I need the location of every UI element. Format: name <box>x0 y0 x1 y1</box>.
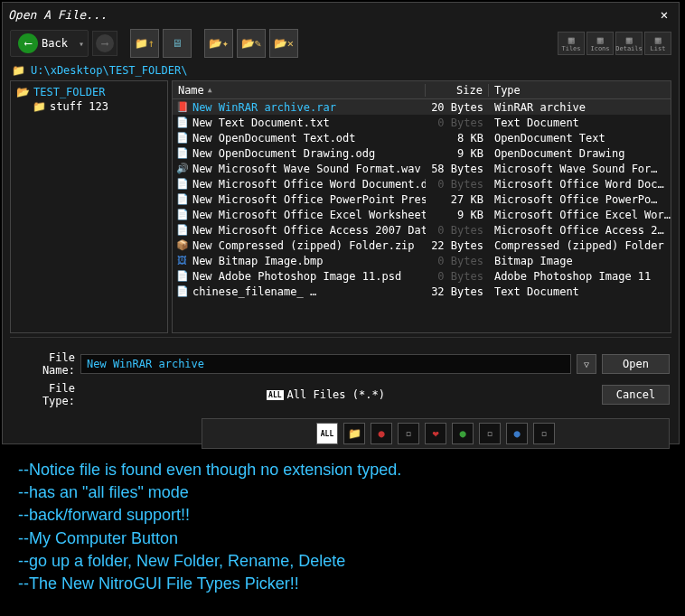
cancel-button[interactable]: Cancel <box>602 385 670 405</box>
file-icon: 🔊 <box>176 163 189 175</box>
filetype-picker-item[interactable]: ALL <box>316 423 338 444</box>
folder-icon: 📂 <box>16 86 30 98</box>
filetype-picker-item[interactable]: ▫ <box>398 423 419 444</box>
file-row[interactable]: 📄New Microsoft Office PowerPoint Present… <box>173 191 671 207</box>
filetype-picker-item[interactable]: ● <box>371 423 392 444</box>
file-type-cell: Compressed (zipped) Folder <box>489 239 671 252</box>
file-name-cell: 📄New OpenDocument Text.odt <box>173 132 426 145</box>
file-type-cell: OpenDocument Drawing <box>489 147 671 160</box>
new-folder-button[interactable]: 📂✦ <box>204 29 233 58</box>
forward-arrow-icon: ⟶ <box>96 34 114 52</box>
filetype-picker-item[interactable]: 📁 <box>343 423 365 444</box>
annotation-line: --has an "all files" mode <box>18 481 667 504</box>
column-size[interactable]: Size <box>426 84 489 97</box>
close-icon: ✕ <box>661 7 668 22</box>
file-icon: 📄 <box>176 209 189 221</box>
file-name-cell: 📄New Text Document.txt <box>173 117 426 129</box>
file-name-cell: 📄chinese_filename_ … <box>173 285 426 298</box>
forward-button[interactable]: ⟶ <box>92 31 117 56</box>
annotation-line: --My Computer Button <box>18 527 667 550</box>
file-row[interactable]: 📦New Compressed (zipped) Folder.zip22 By… <box>173 238 671 253</box>
file-name-cell: 📦New Compressed (zipped) Folder.zip <box>173 239 426 252</box>
tree-root-label: TEST_FOLDER <box>33 86 105 98</box>
file-name-cell: 📄New Adobe Photoshop Image 11.psd <box>173 270 426 283</box>
file-type-cell: Bitmap Image <box>489 255 671 267</box>
file-icon: 📄 <box>176 132 189 145</box>
sort-asc-icon: ▲ <box>208 86 212 94</box>
content-area: 📂 TEST_FOLDER 📁 stuff 123 Name▲ Size Typ… <box>3 80 679 333</box>
view-tiles-button[interactable]: ▦Tiles <box>558 32 585 55</box>
file-row[interactable]: 🔊New Microsoft Wave Sound Format.wav58 B… <box>173 161 671 176</box>
file-size-cell: 0 Bytes <box>426 270 489 283</box>
filetype-picker-item[interactable]: ▫ <box>479 423 501 444</box>
filename-label: File Name: <box>12 351 75 377</box>
file-size-cell: 9 KB <box>426 147 489 160</box>
annotation-text: --Notice file is found even though no ex… <box>0 446 685 608</box>
file-row[interactable]: 📄New Microsoft Office Excel Worksheet.xl… <box>173 207 671 222</box>
delete-button[interactable]: 📂✕ <box>269 29 298 58</box>
filetype-picker-item[interactable]: ▫ <box>533 423 555 444</box>
filetype-picker: ALL📁●▫❤●▫●▫ <box>202 418 670 449</box>
file-size-cell: 27 KB <box>426 193 489 206</box>
tree-root[interactable]: 📂 TEST_FOLDER <box>14 85 164 99</box>
file-row[interactable]: 🖼New Bitmap Image.bmp0 BytesBitmap Image <box>173 253 671 268</box>
file-icon: 📄 <box>176 224 189 237</box>
back-button-group: ⟵ Back ▾ <box>10 30 89 57</box>
filetype-label: File Type: <box>12 382 75 407</box>
file-type-cell: Microsoft Office Excel Wor… <box>489 209 671 221</box>
toolbar: ⟵ Back ▾ ⟶ 📁↑ 🖥 📂✦ 📂✎ 📂✕ ▦Tiles▦Icons▦De… <box>3 26 679 62</box>
file-icon: 📕 <box>176 101 189 114</box>
file-row[interactable]: 📄New OpenDocument Text.odt8 KBOpenDocume… <box>173 130 671 145</box>
filetype-row: File Type: ALL All Files (*.*) Cancel <box>12 382 670 407</box>
path-text[interactable]: U:\xDesktop\TEST_FOLDER\ <box>31 64 187 77</box>
file-list-panel: Name▲ Size Type 📕New WinRAR archive.rar2… <box>172 80 671 333</box>
filetype-picker-item[interactable]: ❤ <box>425 423 446 444</box>
view-icon: ▦ <box>626 35 633 45</box>
file-row[interactable]: 📄New Text Document.txt0 BytesText Docume… <box>173 115 671 130</box>
view-list-button[interactable]: ▦List <box>644 32 671 55</box>
back-button[interactable]: ⟵ Back <box>11 31 75 56</box>
file-size-cell: 58 Bytes <box>426 163 489 175</box>
back-label: Back <box>42 37 68 50</box>
file-row[interactable]: 📄New Adobe Photoshop Image 11.psd0 Bytes… <box>173 268 671 284</box>
file-size-cell: 0 Bytes <box>426 255 489 267</box>
back-arrow-icon: ⟵ <box>18 33 38 53</box>
new-folder-icon: 📂✦ <box>209 37 229 50</box>
column-name[interactable]: Name▲ <box>173 84 426 97</box>
file-row[interactable]: 📄New OpenDocument Drawing.odg9 KBOpenDoc… <box>173 145 671 161</box>
file-name-cell: 📄New Microsoft Office Word Document.docx <box>173 178 426 191</box>
filetype-picker-item[interactable]: ● <box>506 423 528 444</box>
tree-child[interactable]: 📁 stuff 123 <box>14 99 164 114</box>
delete-icon: 📂✕ <box>274 37 294 50</box>
path-bar: 📁 U:\xDesktop\TEST_FOLDER\ <box>3 62 679 80</box>
file-icon: 🖼 <box>176 255 189 267</box>
file-size-cell: 22 Bytes <box>426 239 489 252</box>
view-mode-group: ▦Tiles▦Icons▦Details▦List <box>558 32 671 55</box>
tree-child-label: stuff 123 <box>50 100 108 113</box>
view-icons-button[interactable]: ▦Icons <box>586 32 614 55</box>
filetype-picker-item[interactable]: ● <box>452 423 474 444</box>
file-row[interactable]: 📄New Microsoft Office Word Document.docx… <box>173 176 671 191</box>
view-details-button[interactable]: ▦Details <box>615 32 643 55</box>
back-history-dropdown[interactable]: ▾ <box>75 36 88 51</box>
close-button[interactable]: ✕ <box>655 6 673 23</box>
filename-dropdown[interactable]: ▽ <box>577 354 596 374</box>
annotation-line: --Notice file is found even though no ex… <box>18 459 667 481</box>
file-type-cell: OpenDocument Text <box>489 132 671 145</box>
up-folder-button[interactable]: 📁↑ <box>130 29 159 58</box>
file-size-cell: 0 Bytes <box>426 224 489 237</box>
my-computer-button[interactable]: 🖥 <box>163 29 192 58</box>
folder-icon: 📁 <box>12 64 25 77</box>
file-row[interactable]: 📕New WinRAR archive.rar20 BytesWinRAR ar… <box>173 99 671 115</box>
column-type[interactable]: Type <box>489 84 671 97</box>
file-size-cell: 0 Bytes <box>426 117 489 129</box>
file-icon: 📄 <box>176 178 189 191</box>
file-row[interactable]: 📄New Microsoft Office Access 2007 Datab…… <box>173 222 671 238</box>
filename-input[interactable] <box>80 354 571 374</box>
file-row[interactable]: 📄chinese_filename_ …32 BytesText Documen… <box>173 284 671 299</box>
rename-button[interactable]: 📂✎ <box>237 29 266 58</box>
up-folder-icon: 📁↑ <box>135 37 155 50</box>
annotation-line: --go up a folder, New Folder, Rename, De… <box>18 550 667 573</box>
open-button[interactable]: Open <box>602 354 670 374</box>
file-name-cell: 📄New Microsoft Office PowerPoint Present… <box>173 193 426 206</box>
